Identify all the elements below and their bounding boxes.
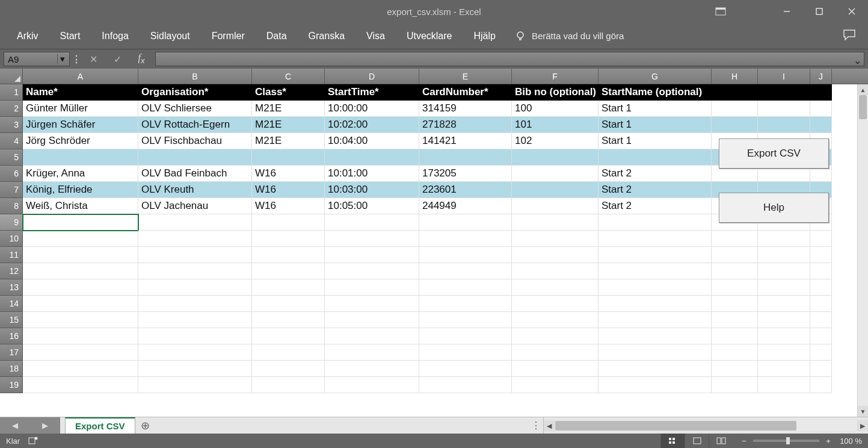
column-header-F[interactable]: F bbox=[512, 69, 599, 84]
active-cell[interactable] bbox=[23, 214, 138, 231]
cell[interactable] bbox=[419, 279, 512, 296]
row-header-6[interactable]: 6 bbox=[0, 166, 23, 182]
cell[interactable] bbox=[252, 344, 325, 361]
sheet-prev-icon[interactable]: ◀ bbox=[12, 421, 18, 430]
cell[interactable] bbox=[810, 296, 832, 312]
cell[interactable] bbox=[23, 328, 138, 344]
cell[interactable] bbox=[758, 361, 810, 377]
cell[interactable] bbox=[325, 328, 419, 344]
cell[interactable]: OLV Bad Feinbach bbox=[138, 166, 252, 182]
cell[interactable]: Start 1 bbox=[599, 133, 712, 149]
cell[interactable] bbox=[758, 377, 810, 393]
row-header-1[interactable]: 1 bbox=[0, 84, 23, 101]
cell[interactable]: 10:05:00 bbox=[325, 198, 419, 214]
cell[interactable] bbox=[712, 84, 758, 101]
cell[interactable] bbox=[419, 247, 512, 263]
cell[interactable] bbox=[138, 279, 252, 296]
cell[interactable] bbox=[252, 296, 325, 312]
cell[interactable] bbox=[599, 361, 712, 377]
cell[interactable] bbox=[512, 296, 599, 312]
cell[interactable]: W16 bbox=[252, 182, 325, 198]
cell[interactable] bbox=[419, 361, 512, 377]
row-header-2[interactable]: 2 bbox=[0, 101, 23, 117]
insert-function-button[interactable]: fx bbox=[131, 52, 152, 66]
cell[interactable] bbox=[810, 231, 832, 247]
cell[interactable] bbox=[599, 344, 712, 361]
cell[interactable]: Jürgen Schäfer bbox=[23, 117, 138, 133]
cell[interactable] bbox=[758, 231, 810, 247]
cell[interactable] bbox=[23, 377, 138, 393]
cell[interactable] bbox=[758, 263, 810, 279]
cell[interactable]: OLV Schliersee bbox=[138, 101, 252, 117]
cell[interactable] bbox=[325, 247, 419, 263]
cell[interactable] bbox=[599, 279, 712, 296]
cell[interactable]: M21E bbox=[252, 133, 325, 149]
zoom-percent[interactable]: 100 % bbox=[840, 437, 862, 446]
grid-body[interactable]: 1 Name* Organisation* Class* StartTime* … bbox=[0, 84, 868, 417]
view-page-break-button[interactable] bbox=[709, 434, 733, 448]
name-box-dropdown-icon[interactable]: ▾ bbox=[57, 54, 67, 64]
cell[interactable] bbox=[252, 231, 325, 247]
cell[interactable] bbox=[252, 279, 325, 296]
cell[interactable]: 101 bbox=[512, 117, 599, 133]
cell[interactable]: 10:03:00 bbox=[325, 182, 419, 198]
cell[interactable]: M21E bbox=[252, 117, 325, 133]
maximize-button[interactable] bbox=[803, 0, 836, 23]
row-header-11[interactable]: 11 bbox=[0, 247, 23, 263]
cell[interactable] bbox=[23, 296, 138, 312]
cell[interactable]: OLV Fischbachau bbox=[138, 133, 252, 149]
cell[interactable] bbox=[138, 247, 252, 263]
cell[interactable] bbox=[512, 149, 599, 166]
tab-formler[interactable]: Formler bbox=[201, 23, 256, 49]
cell[interactable] bbox=[758, 247, 810, 263]
cell[interactable] bbox=[138, 361, 252, 377]
cell[interactable]: 173205 bbox=[419, 166, 512, 182]
column-header-E[interactable]: E bbox=[419, 69, 512, 84]
cell[interactable]: OLV Kreuth bbox=[138, 182, 252, 198]
zoom-slider[interactable] bbox=[753, 440, 819, 442]
cell[interactable] bbox=[23, 231, 138, 247]
cell[interactable] bbox=[325, 377, 419, 393]
cell[interactable] bbox=[512, 279, 599, 296]
cell[interactable] bbox=[758, 312, 810, 328]
column-header-B[interactable]: B bbox=[138, 69, 252, 84]
cell[interactable]: Jörg Schröder bbox=[23, 133, 138, 149]
cell[interactable] bbox=[138, 263, 252, 279]
cell[interactable] bbox=[712, 328, 758, 344]
tab-granska[interactable]: Granska bbox=[298, 23, 356, 49]
cell[interactable] bbox=[138, 149, 252, 166]
cell[interactable] bbox=[325, 312, 419, 328]
scroll-down-icon[interactable]: ▼ bbox=[858, 406, 868, 417]
cell[interactable] bbox=[512, 263, 599, 279]
vertical-scrollbar[interactable]: ▲ ▼ bbox=[857, 84, 868, 417]
tab-visa[interactable]: Visa bbox=[356, 23, 396, 49]
cell[interactable] bbox=[512, 361, 599, 377]
cell[interactable] bbox=[512, 231, 599, 247]
zoom-in-button[interactable]: + bbox=[823, 437, 834, 446]
cell[interactable] bbox=[712, 117, 758, 133]
cell[interactable] bbox=[252, 247, 325, 263]
cell[interactable] bbox=[252, 312, 325, 328]
cell[interactable] bbox=[599, 263, 712, 279]
row-header-18[interactable]: 18 bbox=[0, 361, 23, 377]
column-header-A[interactable]: A bbox=[23, 69, 138, 84]
cell[interactable] bbox=[23, 312, 138, 328]
column-header-C[interactable]: C bbox=[252, 69, 325, 84]
scroll-up-icon[interactable]: ▲ bbox=[858, 84, 868, 95]
cell[interactable] bbox=[512, 182, 599, 198]
new-sheet-button[interactable]: ⊕ bbox=[135, 417, 156, 434]
cell[interactable]: Start 2 bbox=[599, 166, 712, 182]
expand-formula-bar-icon[interactable]: ⌄ bbox=[854, 55, 861, 66]
cell[interactable] bbox=[512, 166, 599, 182]
scroll-left-icon[interactable]: ◀ bbox=[544, 420, 555, 431]
horizontal-scrollbar[interactable]: ◀ ▶ bbox=[543, 417, 868, 434]
cell[interactable] bbox=[810, 361, 832, 377]
cell[interactable] bbox=[712, 312, 758, 328]
row-header-7[interactable]: 7 bbox=[0, 182, 23, 198]
cell[interactable] bbox=[419, 296, 512, 312]
row-header-14[interactable]: 14 bbox=[0, 296, 23, 312]
cell[interactable] bbox=[810, 344, 832, 361]
cell[interactable] bbox=[758, 101, 810, 117]
zoom-slider-handle[interactable] bbox=[786, 437, 790, 444]
row-header-8[interactable]: 8 bbox=[0, 198, 23, 214]
